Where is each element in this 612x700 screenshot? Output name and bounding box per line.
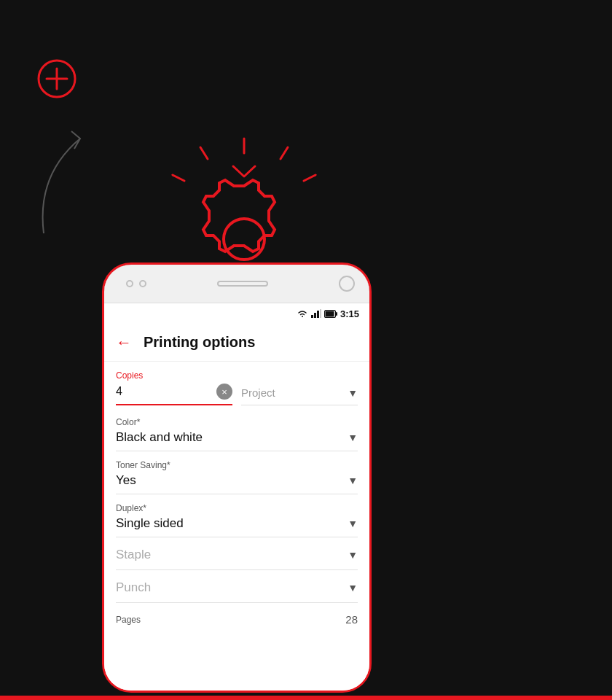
project-dropdown-arrow: ▼ [348,387,358,399]
phone-speaker [217,281,268,287]
back-button[interactable]: ← [116,333,132,352]
duplex-value-row: Single sided ▼ [116,516,358,531]
phone-sensors [126,280,146,287]
svg-rect-10 [314,313,316,318]
copies-project-row: Copies 4 × Project ▼ [116,370,358,405]
svg-line-4 [280,147,288,159]
punch-field[interactable]: Punch ▼ [116,570,358,603]
project-dropdown[interactable]: Project ▼ [241,384,358,405]
phone-frame: 3:15 ← Printing options Copies 4 × Proje… [102,262,372,693]
status-time: 3:15 [340,308,359,319]
pages-field: Pages 28 [116,603,358,631]
copies-label: Copies [116,370,232,381]
toner-saving-value-row: Yes ▼ [116,473,358,488]
signal-icon [311,309,321,318]
sensor-dot-2 [139,280,146,287]
svg-rect-9 [311,315,313,318]
color-field[interactable]: Color* Black and white ▼ [116,408,358,451]
copies-input-wrapper: 4 × [116,384,232,405]
toner-saving-field[interactable]: Toner Saving* Yes ▼ [116,451,358,494]
plus-icon[interactable] [36,58,77,99]
phone-bezel-top [104,265,369,303]
phone-side-button-left-3 [102,378,104,397]
toner-saving-label: Toner Saving* [116,460,358,470]
svg-line-7 [173,175,184,181]
status-bar: 3:15 [104,303,369,324]
phone-side-button-left-2 [102,351,104,369]
color-label: Color* [116,417,358,427]
copies-field: Copies 4 × [116,370,232,405]
svg-line-5 [304,175,315,181]
pages-value: 28 [345,613,358,626]
page-title: Printing options [144,334,255,351]
svg-rect-14 [325,311,334,316]
bottom-accent-line [0,696,612,700]
svg-point-8 [224,219,264,260]
phone-side-button-left-1 [102,323,104,341]
color-value-row: Black and white ▼ [116,430,358,445]
staple-placeholder: Staple [116,548,151,562]
svg-rect-15 [336,312,337,316]
color-dropdown-arrow: ▼ [348,432,358,443]
project-placeholder: Project [241,386,342,399]
copies-clear-button[interactable]: × [216,384,232,400]
svg-rect-12 [320,309,321,318]
color-value: Black and white [116,430,203,445]
arrow-decoration [22,117,109,248]
pages-label: Pages [116,615,141,625]
staple-field[interactable]: Staple ▼ [116,537,358,570]
status-icons: 3:15 [297,308,359,319]
phone-side-button-right [369,338,372,367]
duplex-field[interactable]: Duplex* Single sided ▼ [116,494,358,537]
toner-saving-value: Yes [116,473,136,488]
copies-input[interactable]: 4 [116,385,216,398]
phone-camera [339,276,355,292]
duplex-label: Duplex* [116,503,358,513]
form-content: Copies 4 × Project ▼ Color* Black and wh… [104,362,369,691]
svg-rect-11 [317,311,319,318]
app-header: ← Printing options [104,324,369,362]
punch-placeholder: Punch [116,580,151,595]
toner-dropdown-arrow: ▼ [348,475,358,486]
wifi-icon [297,309,308,318]
battery-icon [324,310,337,318]
phone-screen: 3:15 ← Printing options Copies 4 × Proje… [104,303,369,691]
staple-dropdown-arrow: ▼ [348,549,358,561]
duplex-dropdown-arrow: ▼ [348,518,358,529]
duplex-value: Single sided [116,516,184,531]
punch-dropdown-arrow: ▼ [348,582,358,594]
sensor-dot-1 [126,280,133,287]
svg-line-6 [200,147,208,159]
